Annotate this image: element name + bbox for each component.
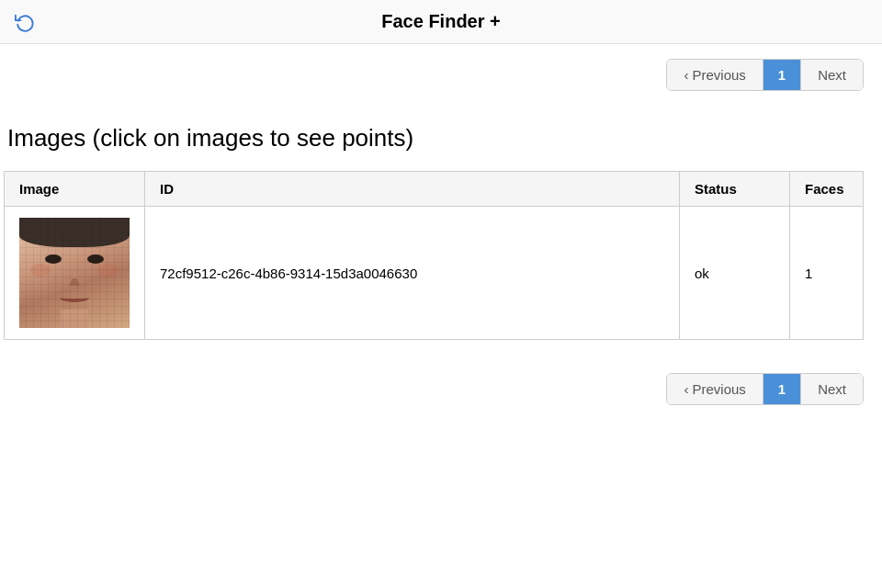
table-header-row: Image ID Status Faces [5,172,864,207]
col-header-status: Status [680,172,790,207]
main-content: Images (click on images to see points) I… [0,106,882,358]
pagination-top-controls: ‹ Previous 1 Next [666,59,864,91]
chevron-left-icon: ‹ [684,67,688,83]
previous-label-bottom: Previous [692,381,745,397]
faces-cell: 1 [790,207,864,340]
previous-label-top: Previous [692,67,745,83]
status-cell: ok [680,207,790,340]
next-label-top: Next [818,67,846,83]
next-label-bottom: Next [818,381,846,397]
col-header-id: ID [145,172,680,207]
refresh-icon[interactable] [15,12,35,32]
current-page-bottom[interactable]: 1 [763,374,800,404]
image-cell [5,207,145,340]
face-image[interactable] [19,218,130,328]
images-table: Image ID Status Faces [4,171,864,340]
pagination-bottom: ‹ Previous 1 Next [0,358,882,420]
next-button-top[interactable]: Next [800,60,863,90]
id-cell: 72cf9512-c26c-4b86-9314-15d3a0046630 [145,207,680,340]
pagination-bottom-controls: ‹ Previous 1 Next [666,373,864,405]
chevron-left-icon-bottom: ‹ [684,381,688,397]
next-button-bottom[interactable]: Next [800,374,863,404]
col-header-faces: Faces [790,172,864,207]
current-page-top[interactable]: 1 [763,60,800,90]
page-title: Face Finder + [381,11,501,32]
section-title: Images (click on images to see points) [4,124,864,153]
previous-button-top[interactable]: ‹ Previous [667,60,763,90]
col-header-image: Image [5,172,145,207]
pagination-top: ‹ Previous 1 Next [0,44,882,106]
app-header: Face Finder + [0,0,882,44]
table-row: 72cf9512-c26c-4b86-9314-15d3a0046630 ok … [5,207,864,340]
face-pixelate-overlay [19,218,130,328]
previous-button-bottom[interactable]: ‹ Previous [667,374,763,404]
